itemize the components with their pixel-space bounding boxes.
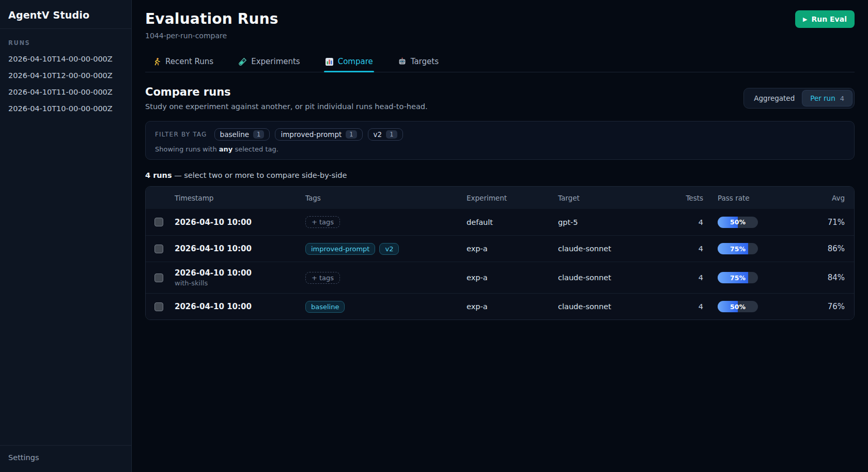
tab-label: Compare [338, 57, 373, 66]
filter-note-mode: any [219, 145, 233, 153]
column-header-experiment: Experiment [467, 194, 558, 202]
tag-chip-improved-prompt[interactable]: improved-prompt [305, 243, 375, 255]
tab-compare[interactable]: Compare [324, 52, 374, 72]
experiment-cell: exp-a [467, 302, 558, 311]
tags-cell: + tags [305, 272, 467, 284]
column-header-timestamp: Timestamp [175, 194, 305, 202]
runner-icon [152, 57, 161, 66]
column-header-target: Target [558, 194, 649, 202]
avg-cell: 86% [807, 244, 845, 253]
table-row[interactable]: 2026-04-10 10:00improved-promptv2exp-acl… [146, 235, 854, 262]
experiment-cell: default [467, 218, 558, 226]
view-toggle-count: 4 [840, 95, 844, 102]
tags-cell: + tags [305, 216, 467, 228]
pass-rate-pill: 75% [718, 243, 758, 254]
tags-cell: baseline [305, 301, 467, 313]
filter-note: Showing runs with any selected tag. [155, 145, 845, 153]
filter-note-suffix: selected tag. [233, 145, 278, 153]
row-checkbox[interactable] [154, 273, 163, 282]
pass-rate-pill: 50% [718, 301, 758, 312]
pass-rate-cell: 50% [703, 217, 807, 228]
add-tags-button[interactable]: + tags [305, 216, 340, 228]
test-tube-icon [238, 57, 247, 66]
tags-cell: improved-promptv2 [305, 243, 467, 255]
avg-cell: 76% [807, 302, 845, 311]
table-row[interactable]: 2026-04-10 10:00baselineexp-aclaude-sonn… [146, 293, 854, 319]
target-cell: claude-sonnet [558, 245, 649, 253]
sidebar-item-run[interactable]: 2026-04-10T10-00-00-000Z [0, 100, 131, 117]
pass-rate-cell: 50% [703, 301, 807, 312]
target-cell: claude-sonnet [558, 273, 649, 282]
experiment-cell: exp-a [467, 245, 558, 253]
avg-cell: 84% [807, 273, 845, 282]
column-header-avg: Avg [807, 194, 845, 202]
selection-hint: 4 runs — select two or more to compare s… [145, 171, 855, 179]
filter-tag-baseline[interactable]: baseline1 [214, 128, 270, 141]
avg-cell: 71% [807, 218, 845, 227]
checkbox-cell [146, 273, 175, 282]
tag-chip-v2[interactable]: v2 [379, 243, 399, 255]
sidebar-item-run[interactable]: 2026-04-10T11-00-00-000Z [0, 84, 131, 100]
tab-recent-runs[interactable]: Recent Runs [151, 52, 214, 72]
filter-tag-improved-prompt[interactable]: improved-prompt1 [275, 128, 362, 141]
run-list: 2026-04-10T14-00-00-000Z2026-04-10T12-00… [0, 51, 131, 117]
tab-targets[interactable]: Targets [397, 52, 440, 72]
timestamp-cell: 2026-04-10 10:00 [175, 218, 305, 227]
table-body: 2026-04-10 10:00+ tagsdefaultgpt-5450%71… [146, 209, 854, 319]
table-header-row: TimestampTagsExperimentTargetTestsPass r… [146, 187, 854, 209]
pass-rate-pill: 50% [718, 217, 758, 228]
settings-link[interactable]: Settings [0, 445, 131, 472]
filter-tag-v2[interactable]: v21 [368, 128, 403, 141]
target-cell: gpt-5 [558, 218, 649, 226]
view-mode-toggle: AggregatedPer run4 [743, 88, 855, 109]
page-header: Evaluation Runs 1044-per-run-compare ▶ R… [145, 10, 855, 40]
column-header-tests: Tests [649, 194, 703, 202]
checkbox-cell [146, 302, 175, 311]
selection-hint-count: 4 runs [145, 171, 172, 179]
column-header-tags: Tags [305, 194, 467, 202]
filter-chip-list: baseline1improved-prompt1v21 [214, 128, 403, 141]
filter-tag-label: v2 [374, 130, 382, 139]
row-checkbox[interactable] [154, 245, 163, 253]
bar-chart-icon [325, 57, 334, 66]
tab-experiments[interactable]: Experiments [237, 52, 301, 72]
view-toggle-aggregated[interactable]: Aggregated [746, 90, 802, 106]
main-content: Evaluation Runs 1044-per-run-compare ▶ R… [132, 0, 868, 472]
view-toggle-label: Per run [810, 94, 835, 102]
run-eval-button[interactable]: ▶ Run Eval [795, 10, 855, 28]
page-title: Evaluation Runs [145, 10, 278, 27]
pass-rate-cell: 75% [703, 272, 807, 283]
app-title: AgentV Studio [0, 0, 131, 29]
view-toggle-per-run[interactable]: Per run4 [802, 90, 852, 106]
sidebar-item-run[interactable]: 2026-04-10T14-00-00-000Z [0, 51, 131, 67]
filter-tag-label: improved-prompt [281, 130, 342, 139]
filter-label: FILTER BY TAG [155, 131, 207, 138]
tests-cell: 4 [649, 218, 703, 226]
timestamp-cell: 2026-04-10 10:00 [175, 302, 305, 311]
filter-tag-count: 1 [346, 130, 357, 139]
row-timestamp: 2026-04-10 10:00 [175, 302, 305, 311]
sidebar-item-run[interactable]: 2026-04-10T12-00-00-000Z [0, 67, 131, 84]
table-row[interactable]: 2026-04-10 10:00+ tagsdefaultgpt-5450%71… [146, 209, 854, 235]
pass-rate-label: 75% [718, 272, 758, 283]
pass-rate-label: 75% [718, 243, 758, 254]
run-eval-label: Run Eval [811, 15, 847, 23]
robot-icon [398, 57, 407, 66]
filter-tag-count: 1 [253, 130, 264, 139]
tests-cell: 4 [649, 302, 703, 311]
runs-table: TimestampTagsExperimentTargetTestsPass r… [145, 186, 855, 320]
table-row[interactable]: 2026-04-10 10:00with-skills+ tagsexp-acl… [146, 262, 854, 293]
tests-cell: 4 [649, 245, 703, 253]
compare-description: Study one experiment against another, or… [145, 102, 428, 111]
timestamp-cell: 2026-04-10 10:00with-skills [175, 268, 305, 287]
row-checkbox[interactable] [154, 302, 163, 311]
row-timestamp: 2026-04-10 10:00 [175, 268, 305, 278]
tag-chip-baseline[interactable]: baseline [305, 301, 345, 313]
page-subtitle: 1044-per-run-compare [145, 32, 278, 40]
row-checkbox[interactable] [154, 218, 163, 226]
experiment-cell: exp-a [467, 273, 558, 282]
add-tags-button[interactable]: + tags [305, 272, 340, 284]
pass-rate-label: 50% [718, 217, 758, 228]
target-cell: claude-sonnet [558, 302, 649, 311]
filter-tag-label: baseline [220, 130, 250, 139]
